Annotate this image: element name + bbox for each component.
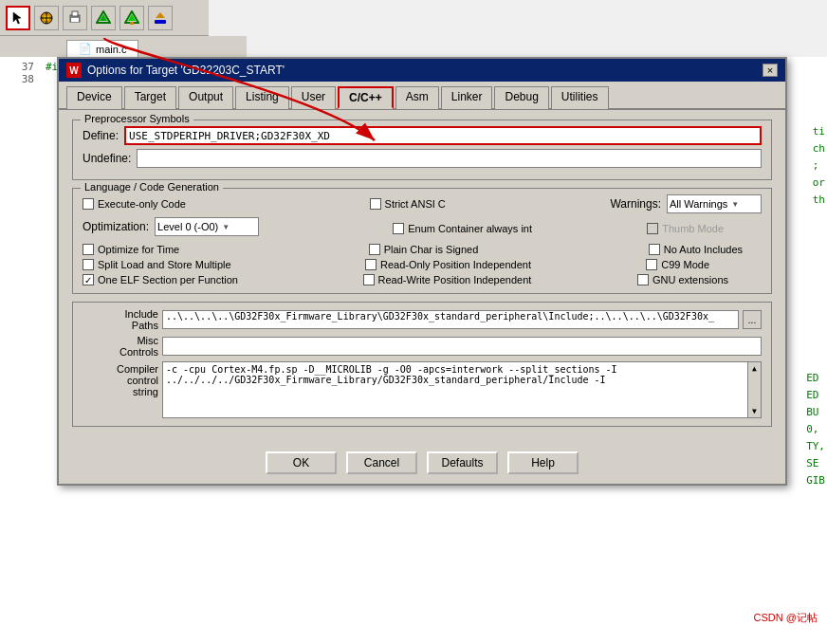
build-button[interactable] xyxy=(119,6,144,30)
check-one-elf: One ELF Section per Function xyxy=(83,274,238,285)
check-optimize-time: Optimize for Time xyxy=(83,244,179,255)
warnings-select[interactable]: All Warnings ▼ xyxy=(667,194,762,213)
include-paths-input[interactable]: ..\..\..\..\GD32F30x_Firmware_Library\GD… xyxy=(162,310,739,329)
optimization-select[interactable]: Level 0 (-O0) ▼ xyxy=(155,217,259,236)
build-clean-button[interactable] xyxy=(91,6,116,30)
tab-output[interactable]: Output xyxy=(178,86,233,109)
dialog-footer: OK Cancel Defaults Help xyxy=(59,444,785,484)
label-plain-char: Plain Char is Signed xyxy=(384,244,479,255)
label-optimize-time: Optimize for Time xyxy=(98,244,179,255)
tab-listing[interactable]: Listing xyxy=(235,86,289,109)
label-execute-only: Execute-only Code xyxy=(98,198,186,210)
tab-target[interactable]: Target xyxy=(124,86,176,109)
check-split-load: Split Load and Store Multiple xyxy=(83,259,231,270)
dialog-close-button[interactable]: × xyxy=(763,64,778,77)
checkbox-plain-char[interactable] xyxy=(369,244,380,255)
label-one-elf: One ELF Section per Function xyxy=(98,274,238,285)
print-button[interactable] xyxy=(63,6,87,30)
optimization-label: Optimization: xyxy=(83,220,149,233)
file-tab-main[interactable]: 📄 main.c xyxy=(66,40,138,57)
label-thumb-mode: Thumb Mode xyxy=(662,223,724,234)
tab-debug[interactable]: Debug xyxy=(494,86,548,109)
line-number-37: 37 xyxy=(8,61,34,73)
warnings-label: Warnings: xyxy=(610,197,661,211)
svg-marker-14 xyxy=(156,12,165,18)
help-button[interactable]: Help xyxy=(507,451,579,474)
misc-controls-row: Misc Controls xyxy=(83,335,762,358)
file-tab-icon: 📄 xyxy=(79,43,92,55)
compiler-string-row: Compiler control string -c -cpu Cortex-M… xyxy=(83,361,762,418)
check-gnu-extensions: GNU extensions xyxy=(637,274,728,285)
define-row: Define: xyxy=(83,126,762,145)
define-input[interactable] xyxy=(124,126,762,145)
defaults-button[interactable]: Defaults xyxy=(427,451,498,474)
label-c99-mode: C99 Mode xyxy=(661,259,709,270)
target-button[interactable] xyxy=(34,6,59,30)
label-strict-ansi: Strict ANSI C xyxy=(385,198,446,210)
toolbar xyxy=(0,0,209,36)
opt-select-arrow: ▼ xyxy=(222,223,230,231)
checkbox-gnu-extensions[interactable] xyxy=(637,274,649,285)
label-split-load: Split Load and Store Multiple xyxy=(98,259,231,270)
line-number-38: 38 xyxy=(8,73,34,85)
check-thumb-mode: Thumb Mode xyxy=(647,223,724,234)
checkbox-c99-mode[interactable] xyxy=(646,259,657,270)
cursor-tool-button[interactable] xyxy=(6,6,30,30)
ok-button[interactable]: OK xyxy=(266,451,337,474)
define-label: Define: xyxy=(83,129,119,142)
undefine-row: Undefine: xyxy=(83,149,762,168)
check-no-auto-includes: No Auto Includes xyxy=(649,244,743,255)
checkbox-no-auto-includes[interactable] xyxy=(649,244,660,255)
checkbox-one-elf[interactable] xyxy=(83,274,94,285)
warnings-select-arrow: ▼ xyxy=(731,200,739,209)
checkbox-readwrite-pos[interactable] xyxy=(363,274,375,285)
label-no-auto-includes: No Auto Includes xyxy=(664,244,743,255)
paths-group: Include Paths ..\..\..\..\GD32F30x_Firmw… xyxy=(72,302,772,427)
tab-strip: 📄 main.c xyxy=(0,36,247,57)
tab-utilities[interactable]: Utilities xyxy=(551,86,609,109)
language-group: Language / Code Generation Execute-only … xyxy=(72,188,772,294)
scroll-down-arrow[interactable]: ▼ xyxy=(752,407,757,415)
compiler-string-area[interactable]: -c -cpu Cortex-M4.fp.sp -D__MICROLIB -g … xyxy=(162,361,762,418)
cancel-button[interactable]: Cancel xyxy=(346,451,417,474)
check-c99-mode: C99 Mode xyxy=(646,259,709,270)
check-enum-container: Enum Container always int xyxy=(393,223,532,234)
include-paths-row: Include Paths ..\..\..\..\GD32F30x_Firmw… xyxy=(83,308,762,331)
undefine-label: Undefine: xyxy=(83,152,131,165)
watermark: CSDN @记帖 xyxy=(754,611,818,625)
undefine-input[interactable] xyxy=(137,149,762,168)
checkbox-optimize-time[interactable] xyxy=(83,244,94,255)
label-readonly-pos: Read-Only Position Independent xyxy=(380,259,531,270)
preprocessor-group: Preprocessor Symbols Define: Undefine: xyxy=(72,120,772,180)
check-readwrite-pos: Read-Write Position Independent xyxy=(363,274,532,285)
tab-linker[interactable]: Linker xyxy=(441,86,493,109)
scroll-up-arrow[interactable]: ▲ xyxy=(752,364,757,373)
misc-controls-label: Misc Controls xyxy=(83,335,158,358)
file-tab-label: main.c xyxy=(96,44,126,55)
check-execute-only: Execute-only Code xyxy=(83,198,186,210)
dialog-content: Preprocessor Symbols Define: Undefine: L… xyxy=(59,110,785,444)
svg-marker-0 xyxy=(13,12,21,24)
tab-user[interactable]: User xyxy=(291,86,336,109)
tab-cpp[interactable]: C/C++ xyxy=(338,86,394,109)
checkbox-thumb-mode[interactable] xyxy=(647,223,658,234)
label-gnu-extensions: GNU extensions xyxy=(652,274,728,285)
compiler-string-label: Compiler control string xyxy=(83,361,158,397)
misc-controls-input[interactable] xyxy=(162,337,762,356)
right-code-hints: ti ch ; or th xyxy=(813,123,825,209)
checkbox-readonly-pos[interactable] xyxy=(365,259,377,270)
check-strict-ansi: Strict ANSI C xyxy=(370,198,446,210)
checkbox-execute-only[interactable] xyxy=(83,198,94,210)
checkbox-strict-ansi[interactable] xyxy=(370,198,381,210)
dialog-app-icon: W xyxy=(66,63,82,78)
tab-asm[interactable]: Asm xyxy=(395,86,439,109)
check-plain-char: Plain Char is Signed xyxy=(369,244,479,255)
checkbox-split-load[interactable] xyxy=(83,259,94,270)
compiler-scrollbar: ▲ ▼ xyxy=(747,362,761,417)
download-button[interactable] xyxy=(148,6,173,30)
checkbox-enum-container[interactable] xyxy=(393,223,404,234)
include-paths-browse-button[interactable]: ... xyxy=(743,310,762,329)
optimization-row: Optimization: Level 0 (-O0) ▼ xyxy=(83,217,259,236)
tab-device[interactable]: Device xyxy=(66,86,122,109)
language-title: Language / Code Generation xyxy=(81,181,223,193)
